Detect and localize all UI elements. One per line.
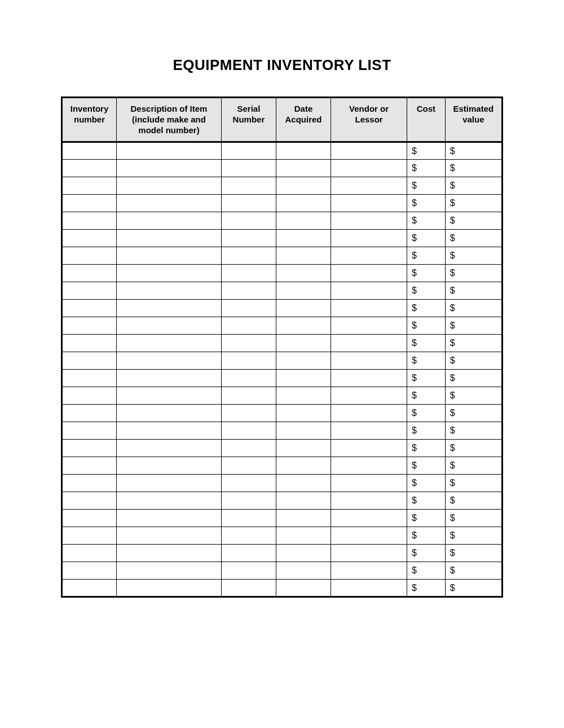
cell-description[interactable]: [117, 300, 222, 317]
cell-inventory-number[interactable]: [62, 317, 117, 335]
cell-serial-number[interactable]: [221, 177, 276, 195]
cell-description[interactable]: [117, 475, 222, 492]
cell-serial-number[interactable]: [221, 335, 276, 352]
cell-date-acquired[interactable]: [276, 387, 331, 405]
cell-description[interactable]: [117, 527, 222, 545]
cell-cost[interactable]: $: [407, 580, 446, 597]
cell-vendor-lessor[interactable]: [331, 562, 407, 580]
cell-inventory-number[interactable]: [62, 265, 117, 282]
cell-date-acquired[interactable]: [276, 405, 331, 422]
cell-cost[interactable]: $: [407, 177, 446, 195]
cell-cost[interactable]: $: [407, 387, 446, 405]
cell-inventory-number[interactable]: [62, 142, 117, 160]
cell-serial-number[interactable]: [221, 545, 276, 562]
cell-inventory-number[interactable]: [62, 387, 117, 405]
cell-estimated-value[interactable]: $: [445, 300, 502, 317]
cell-inventory-number[interactable]: [62, 230, 117, 247]
cell-description[interactable]: [117, 317, 222, 335]
cell-description[interactable]: [117, 422, 222, 440]
cell-inventory-number[interactable]: [62, 160, 117, 177]
cell-serial-number[interactable]: [221, 195, 276, 212]
cell-description[interactable]: [117, 177, 222, 195]
cell-description[interactable]: [117, 195, 222, 212]
cell-serial-number[interactable]: [221, 265, 276, 282]
cell-cost[interactable]: $: [407, 562, 446, 580]
cell-inventory-number[interactable]: [62, 545, 117, 562]
cell-serial-number[interactable]: [221, 387, 276, 405]
cell-serial-number[interactable]: [221, 160, 276, 177]
cell-estimated-value[interactable]: $: [445, 545, 502, 562]
cell-date-acquired[interactable]: [276, 160, 331, 177]
cell-date-acquired[interactable]: [276, 422, 331, 440]
cell-description[interactable]: [117, 212, 222, 230]
cell-serial-number[interactable]: [221, 527, 276, 545]
cell-serial-number[interactable]: [221, 300, 276, 317]
cell-date-acquired[interactable]: [276, 562, 331, 580]
cell-description[interactable]: [117, 247, 222, 265]
cell-vendor-lessor[interactable]: [331, 195, 407, 212]
cell-cost[interactable]: $: [407, 527, 446, 545]
cell-date-acquired[interactable]: [276, 142, 331, 160]
cell-inventory-number[interactable]: [62, 440, 117, 457]
cell-inventory-number[interactable]: [62, 422, 117, 440]
cell-serial-number[interactable]: [221, 422, 276, 440]
cell-estimated-value[interactable]: $: [445, 230, 502, 247]
cell-vendor-lessor[interactable]: [331, 317, 407, 335]
cell-vendor-lessor[interactable]: [331, 335, 407, 352]
cell-vendor-lessor[interactable]: [331, 492, 407, 510]
cell-inventory-number[interactable]: [62, 405, 117, 422]
cell-estimated-value[interactable]: $: [445, 177, 502, 195]
cell-vendor-lessor[interactable]: [331, 527, 407, 545]
cell-description[interactable]: [117, 160, 222, 177]
cell-serial-number[interactable]: [221, 562, 276, 580]
cell-inventory-number[interactable]: [62, 580, 117, 597]
cell-estimated-value[interactable]: $: [445, 370, 502, 387]
cell-vendor-lessor[interactable]: [331, 300, 407, 317]
cell-estimated-value[interactable]: $: [445, 475, 502, 492]
cell-date-acquired[interactable]: [276, 545, 331, 562]
cell-cost[interactable]: $: [407, 492, 446, 510]
cell-description[interactable]: [117, 387, 222, 405]
cell-cost[interactable]: $: [407, 265, 446, 282]
cell-estimated-value[interactable]: $: [445, 457, 502, 475]
cell-cost[interactable]: $: [407, 142, 446, 160]
cell-inventory-number[interactable]: [62, 352, 117, 370]
cell-vendor-lessor[interactable]: [331, 457, 407, 475]
cell-estimated-value[interactable]: $: [445, 422, 502, 440]
cell-estimated-value[interactable]: $: [445, 317, 502, 335]
cell-estimated-value[interactable]: $: [445, 195, 502, 212]
cell-cost[interactable]: $: [407, 370, 446, 387]
cell-date-acquired[interactable]: [276, 177, 331, 195]
cell-estimated-value[interactable]: $: [445, 405, 502, 422]
cell-inventory-number[interactable]: [62, 177, 117, 195]
cell-date-acquired[interactable]: [276, 475, 331, 492]
cell-estimated-value[interactable]: $: [445, 282, 502, 300]
cell-serial-number[interactable]: [221, 230, 276, 247]
cell-date-acquired[interactable]: [276, 580, 331, 597]
cell-description[interactable]: [117, 457, 222, 475]
cell-date-acquired[interactable]: [276, 335, 331, 352]
cell-estimated-value[interactable]: $: [445, 247, 502, 265]
cell-vendor-lessor[interactable]: [331, 247, 407, 265]
cell-cost[interactable]: $: [407, 475, 446, 492]
cell-date-acquired[interactable]: [276, 282, 331, 300]
cell-date-acquired[interactable]: [276, 195, 331, 212]
cell-serial-number[interactable]: [221, 440, 276, 457]
cell-estimated-value[interactable]: $: [445, 580, 502, 597]
cell-inventory-number[interactable]: [62, 562, 117, 580]
cell-date-acquired[interactable]: [276, 317, 331, 335]
cell-inventory-number[interactable]: [62, 247, 117, 265]
cell-vendor-lessor[interactable]: [331, 352, 407, 370]
cell-date-acquired[interactable]: [276, 440, 331, 457]
cell-vendor-lessor[interactable]: [331, 370, 407, 387]
cell-serial-number[interactable]: [221, 352, 276, 370]
cell-cost[interactable]: $: [407, 440, 446, 457]
cell-cost[interactable]: $: [407, 247, 446, 265]
cell-inventory-number[interactable]: [62, 370, 117, 387]
cell-vendor-lessor[interactable]: [331, 405, 407, 422]
cell-estimated-value[interactable]: $: [445, 510, 502, 527]
cell-description[interactable]: [117, 580, 222, 597]
cell-estimated-value[interactable]: $: [445, 212, 502, 230]
cell-description[interactable]: [117, 282, 222, 300]
cell-description[interactable]: [117, 510, 222, 527]
